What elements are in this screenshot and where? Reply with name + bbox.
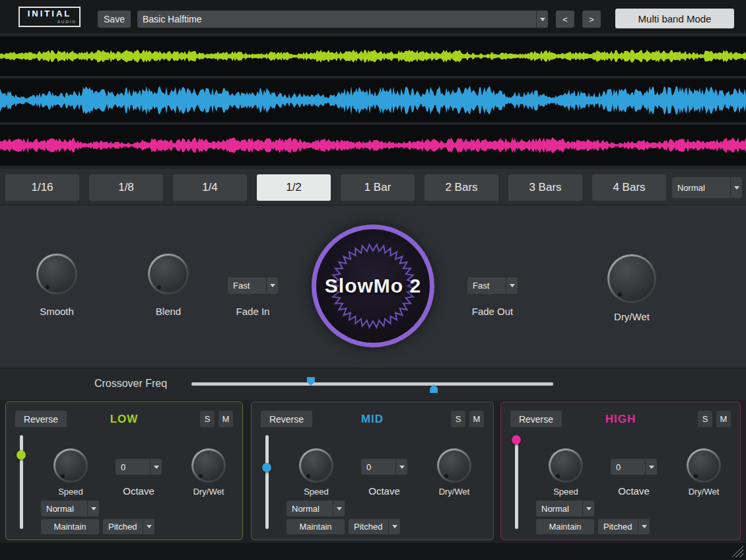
preset-dropdown[interactable]: Basic Halftime (137, 11, 548, 28)
crossover-section: Crossover Freq (0, 368, 746, 400)
save-button[interactable]: Save (98, 11, 131, 28)
band-drywet-knob[interactable] (687, 448, 721, 483)
chevron-down-icon (87, 501, 99, 516)
preset-prev-button[interactable]: < (556, 11, 574, 28)
blend-knob[interactable] (148, 254, 189, 295)
band-level-slider[interactable] (515, 435, 518, 529)
chevron-down-icon (333, 501, 345, 516)
speed-mode-value: Normal (41, 501, 87, 516)
multiband-mode-button[interactable]: Multi band Mode (615, 9, 734, 28)
chevron-down-icon (506, 277, 518, 294)
octave-value: 0 (116, 459, 150, 475)
speed-mode-value: Normal (536, 501, 582, 516)
speed-knob[interactable] (549, 448, 583, 483)
trigger-mode-dropdown[interactable]: Normal (672, 177, 742, 198)
bands-section: Reverse LOW S M Speed 0 Octave Dry/Wet N… (0, 400, 746, 543)
band-drywet-label: Dry/Wet (677, 487, 730, 497)
octave-dropdown[interactable]: 0 (611, 459, 657, 475)
speed-label: Speed (44, 487, 97, 497)
band-drywet-knob[interactable] (437, 448, 471, 483)
top-bar: INITIAL AUDIO Save Basic Halftime < > Mu… (0, 0, 746, 33)
band-level-handle[interactable] (17, 450, 26, 460)
maintain-button[interactable]: Maintain (41, 519, 99, 534)
solo-button[interactable]: S (451, 411, 465, 427)
division-button-4bars[interactable]: 4 Bars (592, 174, 666, 201)
division-button-1bar[interactable]: 1 Bar (341, 174, 415, 201)
band-level-handle[interactable] (512, 435, 521, 444)
chevron-down-icon (730, 177, 742, 198)
plugin-title: SlowMo 2 (316, 229, 430, 343)
pitch-mode-dropdown[interactable]: Pitched (349, 519, 400, 534)
octave-value: 0 (611, 459, 645, 475)
logo-text: INITIAL (20, 8, 79, 20)
speed-label: Speed (539, 487, 592, 497)
octave-dropdown[interactable]: 0 (116, 459, 162, 475)
pitch-mode-value: Pitched (598, 519, 638, 534)
speed-mode-value: Normal (287, 501, 333, 516)
crossover-track[interactable] (191, 382, 553, 386)
band-level-handle[interactable] (262, 463, 271, 472)
speed-knob[interactable] (53, 448, 88, 483)
smooth-knob[interactable] (36, 254, 77, 295)
fade-in-dropdown[interactable]: Fast (228, 277, 278, 294)
mid-waveform-graphic (0, 79, 746, 122)
fade-out-dropdown[interactable]: Fast (467, 277, 518, 294)
chevron-down-icon (266, 277, 278, 294)
band-drywet-knob[interactable] (191, 448, 226, 483)
trigger-mode-value: Normal (672, 177, 730, 198)
high-band-waveform (0, 125, 746, 166)
pitch-mode-dropdown[interactable]: Pitched (598, 519, 650, 534)
preset-next-button[interactable]: > (582, 11, 601, 28)
solo-button[interactable]: S (200, 411, 215, 427)
speed-label: Speed (290, 487, 343, 497)
chevron-down-icon (536, 11, 548, 28)
smooth-label: Smooth (17, 306, 96, 317)
division-button-1-4[interactable]: 1/4 (173, 174, 247, 201)
crossover-slider[interactable] (191, 377, 553, 394)
chevron-down-icon (150, 459, 162, 475)
low-band-waveform (0, 36, 746, 76)
fade-in-value: Fast (228, 277, 266, 294)
chevron-down-icon (143, 519, 154, 534)
resize-grip[interactable] (731, 545, 743, 557)
solo-button[interactable]: S (698, 411, 712, 427)
chevron-down-icon (645, 459, 657, 475)
octave-dropdown[interactable]: 0 (361, 459, 407, 475)
band-level-slider[interactable] (265, 435, 269, 529)
band-level-slider[interactable] (20, 435, 23, 529)
pitch-mode-dropdown[interactable]: Pitched (103, 519, 154, 534)
waveform-display (0, 33, 746, 169)
logo-subtext: AUDIO (20, 20, 79, 24)
chevron-down-icon (638, 519, 650, 534)
speed-mode-dropdown[interactable]: Normal (287, 501, 345, 516)
drywet-knob[interactable] (607, 254, 656, 303)
octave-label: Octave (351, 485, 417, 497)
chevron-down-icon (582, 501, 594, 516)
fade-out-label: Fade Out (453, 306, 532, 317)
division-button-1-2[interactable]: 1/2 (257, 174, 331, 201)
speed-knob[interactable] (299, 448, 333, 483)
fade-in-label: Fade In (213, 306, 292, 317)
speed-mode-dropdown[interactable]: Normal (41, 501, 99, 516)
division-button-2bars[interactable]: 2 Bars (424, 174, 498, 201)
division-button-1-8[interactable]: 1/8 (89, 174, 163, 201)
speed-mode-dropdown[interactable]: Normal (536, 501, 594, 516)
division-button-3bars[interactable]: 3 Bars (508, 174, 582, 201)
pitch-mode-value: Pitched (349, 519, 388, 534)
band-panel-high: Reverse HIGH S M Speed 0 Octave Dry/Wet … (500, 402, 741, 540)
chevron-down-icon (388, 519, 400, 534)
mute-button[interactable]: M (219, 411, 233, 427)
octave-label: Octave (106, 485, 172, 497)
main-panel: Smooth Blend Fast Fade In SlowMo 2 Fast … (0, 205, 746, 368)
mid-band-waveform (0, 79, 746, 122)
high-waveform-graphic (0, 125, 746, 166)
mute-button[interactable]: M (716, 411, 731, 427)
bottom-bar (0, 543, 746, 560)
mute-button[interactable]: M (469, 411, 484, 427)
maintain-button[interactable]: Maintain (287, 519, 345, 534)
maintain-button[interactable]: Maintain (536, 519, 594, 534)
initial-audio-logo: INITIAL AUDIO (18, 7, 81, 27)
division-button-1-16[interactable]: 1/16 (5, 174, 79, 201)
octave-label: Octave (601, 485, 667, 497)
crossover-label: Crossover Freq (78, 378, 184, 390)
